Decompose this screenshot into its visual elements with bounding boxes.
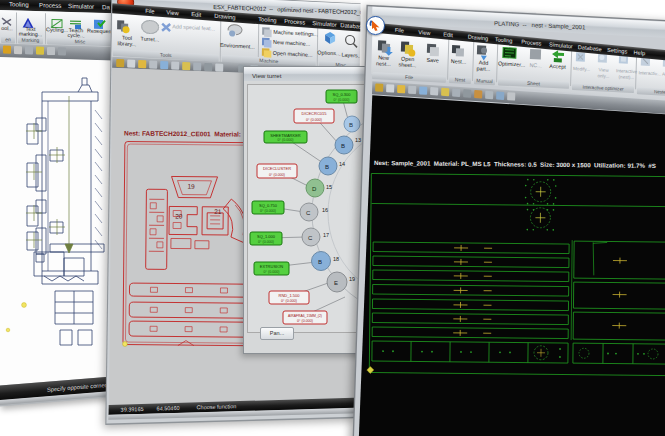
svg-text:Nest: Sample_2001 Material: P: Nest: Sample_2001 Material: PL_MS L5 Thi… [374,159,656,169]
